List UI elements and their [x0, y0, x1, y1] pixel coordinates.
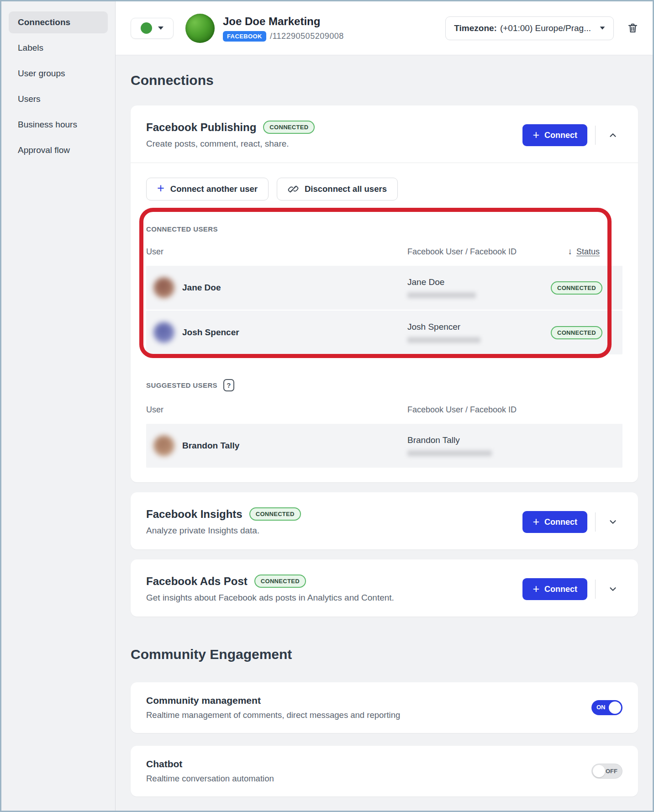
timezone-label: Timezone:: [454, 23, 497, 33]
connected-users-table-header: User Facebook User / Facebook ID ↓ Statu…: [146, 233, 622, 266]
facebook-id-redacted: [407, 450, 492, 456]
toggle-knob: [609, 701, 621, 714]
sidebar-item-users[interactable]: Users: [9, 88, 108, 110]
profile-header-right: Timezone: (+01:00) Europe/Prag...: [445, 16, 639, 40]
status-badge: CONNECTED: [551, 326, 602, 339]
chevron-down-icon: [158, 26, 164, 30]
divider: [595, 126, 596, 145]
community-management-description: Realtime management of comments, direct …: [146, 710, 400, 720]
connected-users-label: CONNECTED USERS: [146, 225, 622, 233]
timezone-value: (+01:00) Europe/Prag...: [500, 23, 591, 33]
publishing-connect-button[interactable]: + Connect: [522, 124, 587, 146]
ads-post-expand-button[interactable]: [603, 580, 622, 599]
ads-post-status-badge: CONNECTED: [254, 575, 306, 588]
divider: [595, 580, 596, 599]
divider: [595, 512, 596, 532]
facebook-ads-post-card: Facebook Ads Post CONNECTED Get insights…: [131, 559, 638, 617]
sidebar-item-connections[interactable]: Connections: [9, 11, 108, 33]
chatbot-card: Chatbot Realtime conversation automation…: [131, 746, 638, 796]
facebook-user-cell: Jane Doe: [407, 277, 538, 298]
ads-post-header-actions: + Connect: [522, 575, 622, 600]
profile-avatar: [185, 14, 215, 43]
facebook-user-name: Jane Doe: [407, 277, 538, 287]
trash-icon: [627, 22, 639, 34]
plus-icon: +: [157, 182, 164, 195]
profile-status-dropdown[interactable]: [131, 18, 174, 39]
timezone-dropdown[interactable]: Timezone: (+01:00) Europe/Prag...: [445, 16, 614, 40]
suggested-users-table-header: User Facebook User / Facebook ID: [146, 391, 622, 424]
connected-users-section: CONNECTED USERS User Facebook User / Fac…: [146, 211, 622, 357]
suggested-users-section: SUGGESTED USERS ? User Facebook User / F…: [146, 379, 622, 468]
facebook-user-cell: Josh Spencer: [407, 322, 538, 343]
column-header-facebook-user: Facebook User / Facebook ID: [407, 247, 538, 257]
connect-another-user-button[interactable]: + Connect another user: [146, 178, 269, 200]
settings-content: Connections Facebook Publishing CONNECTE…: [116, 55, 653, 811]
ads-post-connect-button[interactable]: + Connect: [522, 578, 587, 600]
publishing-collapse-button[interactable]: [603, 126, 622, 145]
column-header-user: User: [146, 247, 407, 257]
user-cell: Brandon Tally: [146, 435, 407, 456]
help-icon[interactable]: ?: [223, 379, 234, 391]
toggle-on-label: ON: [596, 704, 606, 711]
table-row[interactable]: Josh Spencer Josh Spencer CONNECTED: [146, 311, 622, 354]
community-management-toggle[interactable]: ON: [591, 700, 622, 715]
facebook-user-cell: Brandon Tally: [407, 435, 538, 456]
status-cell: CONNECTED: [551, 284, 622, 292]
facebook-id-redacted: [407, 292, 476, 298]
facebook-publishing-card: Facebook Publishing CONNECTED Create pos…: [131, 105, 638, 482]
publishing-status-badge: CONNECTED: [263, 121, 315, 134]
user-cell: Josh Spencer: [146, 322, 407, 343]
profile-meta: Joe Doe Marketing FACEBOOK /112290505209…: [223, 15, 344, 42]
chevron-up-icon: [608, 130, 618, 140]
user-name: Josh Spencer: [182, 327, 239, 337]
facebook-id-redacted: [407, 337, 480, 343]
status-badge: CONNECTED: [551, 281, 602, 295]
ads-post-description: Get insights about Facebook ads posts in…: [146, 593, 394, 603]
main-column: Joe Doe Marketing FACEBOOK /112290505209…: [116, 1, 653, 811]
user-cell: Jane Doe: [146, 277, 407, 298]
profile-subline: FACEBOOK /112290505209008: [223, 31, 344, 42]
publishing-user-actions: + Connect another user Disconnect all us…: [146, 178, 622, 200]
chevron-down-icon: [608, 584, 618, 594]
plus-icon: +: [533, 129, 539, 141]
community-management-card: Community management Realtime management…: [131, 682, 638, 733]
page-title: Connections: [131, 73, 638, 88]
insights-expand-button[interactable]: [603, 512, 622, 532]
avatar: [153, 435, 174, 456]
settings-sidebar: Connections Labels User groups Users Bus…: [1, 1, 116, 811]
column-header-status-sort[interactable]: ↓ Status: [568, 247, 622, 257]
sidebar-item-labels[interactable]: Labels: [9, 37, 108, 59]
publishing-card-body: + Connect another user Disconnect all us…: [131, 163, 638, 482]
chatbot-toggle[interactable]: OFF: [591, 764, 622, 779]
insights-title-block: Facebook Insights CONNECTED Analyze priv…: [146, 507, 301, 536]
chevron-down-icon: [608, 517, 618, 527]
publishing-description: Create posts, comment, react, share.: [146, 139, 315, 149]
publishing-card-header: Facebook Publishing CONNECTED Create pos…: [131, 105, 638, 163]
facebook-insights-card: Facebook Insights CONNECTED Analyze priv…: [131, 492, 638, 549]
disconnect-icon: [288, 184, 299, 195]
delete-profile-button[interactable]: [627, 22, 639, 34]
insights-card-header: Facebook Insights CONNECTED Analyze priv…: [131, 492, 638, 549]
sidebar-item-approval-flow[interactable]: Approval flow: [9, 139, 108, 161]
ads-post-title-block: Facebook Ads Post CONNECTED Get insights…: [146, 575, 394, 603]
community-management-text: Community management Realtime management…: [146, 695, 400, 720]
disconnect-all-users-button[interactable]: Disconnect all users: [277, 178, 398, 200]
toggle-off-label: OFF: [606, 768, 617, 775]
sidebar-item-business-hours[interactable]: Business hours: [9, 114, 108, 136]
table-row[interactable]: Brandon Tally Brandon Tally: [146, 424, 622, 468]
profile-name: Joe Doe Marketing: [223, 15, 344, 28]
user-name: Jane Doe: [182, 283, 221, 293]
avatar: [153, 322, 174, 343]
suggested-users-label: SUGGESTED USERS ?: [146, 379, 622, 391]
disconnect-all-users-label: Disconnect all users: [305, 184, 387, 194]
community-engagement-title: Community Engagement: [131, 647, 638, 662]
ads-post-title: Facebook Ads Post: [146, 575, 248, 588]
sidebar-item-user-groups[interactable]: User groups: [9, 63, 108, 84]
table-row[interactable]: Jane Doe Jane Doe CONNECTED: [146, 266, 622, 310]
app-root: Connections Labels User groups Users Bus…: [0, 0, 654, 812]
connect-button-label: Connect: [544, 131, 577, 140]
toggle-knob: [593, 765, 605, 777]
insights-connect-button[interactable]: + Connect: [522, 511, 587, 533]
chatbot-description: Realtime conversation automation: [146, 774, 274, 784]
status-cell: CONNECTED: [551, 328, 622, 337]
